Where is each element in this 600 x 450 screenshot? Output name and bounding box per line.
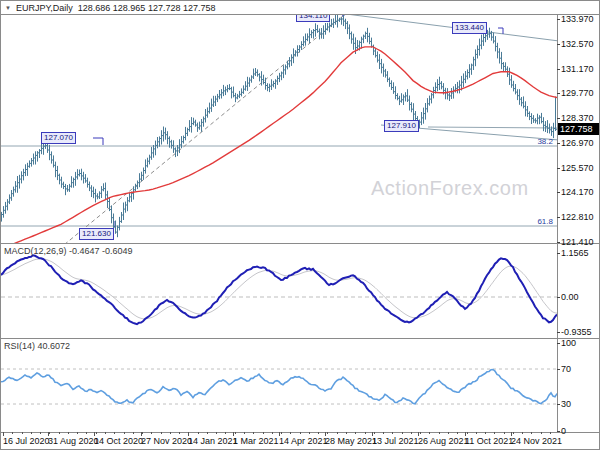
date-axis-tick: [94, 432, 95, 436]
annotation-high-133440: 133.440: [452, 22, 487, 34]
date-axis-tick: [279, 432, 280, 436]
date-axis-minor-tick: [513, 432, 514, 434]
panel-separator[interactable]: [1, 338, 600, 339]
date-axis-minor-tick: [198, 432, 199, 434]
macd-axis-label: -0.9355: [561, 327, 592, 337]
date-axis-minor-tick: [133, 432, 134, 434]
rsi-panel: [1, 369, 557, 404]
forex-chart-window: ▼ EURJPY,Daily 128.686 128.965 127.728 1…: [0, 0, 600, 450]
date-axis-label: 28 May 2021: [325, 436, 377, 446]
date-axis-tick: [511, 432, 512, 436]
date-axis-label: 13 Jul 2021: [372, 436, 419, 446]
price-axis-label: 133.970: [561, 14, 594, 24]
axis-tick: [557, 192, 560, 193]
date-axis-minor-tick: [12, 432, 13, 434]
date-axis-minor-tick: [327, 432, 328, 434]
date-axis-minor-tick: [49, 432, 50, 434]
symbol-timeframe-label: EURJPY,Daily: [16, 3, 73, 13]
fib-382-label: 38.2: [536, 137, 553, 146]
date-axis-label: 14 Apr 2021: [279, 436, 328, 446]
axis-tick: [557, 431, 560, 432]
date-axis-minor-tick: [392, 432, 393, 434]
date-axis-minor-tick: [309, 432, 310, 434]
date-axis-minor-tick: [337, 432, 338, 434]
rsi-axis-label: 30: [561, 399, 571, 409]
rsi-indicator-label: RSI(14) 40.6072: [4, 341, 70, 351]
price-axis-label: 122.810: [561, 212, 594, 222]
date-axis-minor-tick: [235, 432, 236, 434]
date-axis-minor-tick: [411, 432, 412, 434]
macd-panel: [1, 255, 557, 324]
date-axis-minor-tick: [40, 432, 41, 434]
date-axis-minor-tick: [541, 432, 542, 434]
date-axis-minor-tick: [300, 432, 301, 434]
date-axis-label: 31 Aug 2020: [48, 436, 99, 446]
annotation-resistance-127070: 127.070: [41, 132, 76, 144]
date-axis-minor-tick: [318, 432, 319, 434]
date-axis-minor-tick: [77, 432, 78, 434]
date-axis-minor-tick: [457, 432, 458, 434]
date-axis-label: 27 Nov 2020: [141, 436, 192, 446]
date-axis-minor-tick: [485, 432, 486, 434]
date-axis-minor-tick: [439, 432, 440, 434]
date-axis-minor-tick: [531, 432, 532, 434]
date-axis-minor-tick: [179, 432, 180, 434]
date-axis-minor-tick: [161, 432, 162, 434]
date-axis-minor-tick: [170, 432, 171, 434]
axis-tick: [557, 297, 560, 298]
macd-axis-label: 1.1565: [561, 248, 589, 258]
date-axis-label: 24 Nov 2021: [511, 436, 562, 446]
macd-axis-label: 0.00: [561, 292, 579, 302]
date-axis-minor-tick: [3, 432, 4, 434]
price-axis-label: 128.370: [561, 113, 594, 123]
date-axis-tick: [418, 432, 419, 436]
price-axis-label: 124.170: [561, 187, 594, 197]
chart-canvas: [1, 1, 600, 450]
macd-indicator-label: MACD(12,26,9) -0.4647 -0.6049: [4, 246, 133, 256]
price-axis-label: 126.970: [561, 138, 594, 148]
date-axis-minor-tick: [383, 432, 384, 434]
price-axis-label: 129.770: [561, 88, 594, 98]
current-price-tag: 127.758: [558, 123, 600, 135]
axis-tick: [557, 242, 560, 243]
date-axis-tick: [233, 432, 234, 436]
axis-tick: [557, 332, 560, 333]
date-axis-minor-tick: [151, 432, 152, 434]
date-axis-minor-tick: [207, 432, 208, 434]
axis-tick: [557, 19, 560, 20]
fib-618-label: 61.8: [536, 217, 553, 226]
panel-separator[interactable]: [1, 243, 600, 244]
date-axis-minor-tick: [429, 432, 430, 434]
date-axis-label: 1 Mar 2021: [233, 436, 279, 446]
axis-tick: [557, 143, 560, 144]
date-axis-minor-tick: [448, 432, 449, 434]
date-axis-label: 16 Jul 2020: [3, 436, 50, 446]
date-axis-minor-tick: [225, 432, 226, 434]
date-axis-minor-tick: [142, 432, 143, 434]
date-axis-minor-tick: [550, 432, 551, 434]
date-axis-minor-tick: [244, 432, 245, 434]
macd-signal-line: [1, 259, 557, 319]
date-axis-minor-tick: [188, 432, 189, 434]
date-axis-minor-tick: [216, 432, 217, 434]
axis-tick: [557, 369, 560, 370]
rsi-axis-label: 100: [561, 338, 576, 348]
date-axis-minor-tick: [290, 432, 291, 434]
date-axis-minor-tick: [68, 432, 69, 434]
price-axis-label: 132.570: [561, 39, 594, 49]
date-axis-label: 14 Oct 2020: [94, 436, 143, 446]
date-axis-minor-tick: [96, 432, 97, 434]
price-axis-label: 125.570: [561, 163, 594, 173]
axis-tick: [557, 118, 560, 119]
macd-main-line: [1, 255, 557, 324]
axis-tick: [557, 69, 560, 70]
date-axis-label: 11 Oct 2021: [465, 436, 513, 446]
date-axis-minor-tick: [114, 432, 115, 434]
date-axis-minor-tick: [504, 432, 505, 434]
date-axis-tick: [325, 432, 326, 436]
axis-tick: [557, 44, 560, 45]
axis-tick: [557, 217, 560, 218]
collapse-arrow-icon[interactable]: ▼: [5, 5, 11, 11]
ohlc-values: 128.686 128.965 127.728 127.758: [78, 3, 216, 13]
date-axis-minor-tick: [355, 432, 356, 434]
